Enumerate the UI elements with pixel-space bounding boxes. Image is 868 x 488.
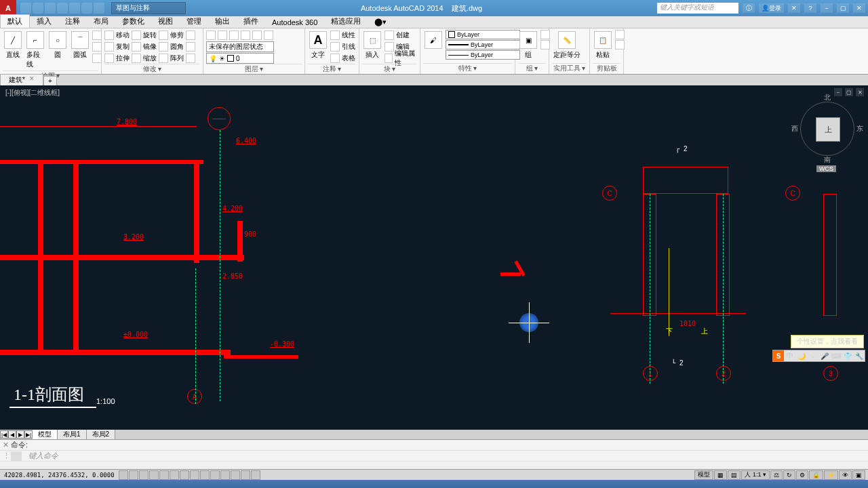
layout-prev-icon[interactable]: ◀: [8, 430, 16, 439]
ortho-toggle[interactable]: [139, 470, 149, 480]
wcs-button[interactable]: WCS: [816, 165, 836, 172]
group-edit-icon[interactable]: [540, 40, 550, 49]
move-button[interactable]: 移动: [104, 30, 130, 41]
panel-block-title[interactable]: 块 ▾: [362, 64, 417, 73]
qat-redo-icon[interactable]: [94, 3, 104, 14]
layer-off-icon[interactable]: [218, 30, 227, 40]
tab-parametric[interactable]: 参数化: [115, 15, 151, 28]
new-tab-button[interactable]: +: [43, 76, 57, 85]
rect-icon[interactable]: [92, 30, 102, 40]
layer-lock-icon[interactable]: [241, 30, 250, 40]
layout-tab-1[interactable]: 布局1: [58, 430, 87, 439]
help-icon[interactable]: ?: [804, 3, 816, 13]
osnap-toggle[interactable]: [159, 470, 169, 480]
minimize-button[interactable]: −: [821, 3, 833, 13]
model-space-button[interactable]: 模型: [694, 470, 713, 480]
snap-toggle[interactable]: [119, 470, 128, 480]
polar-toggle[interactable]: [149, 470, 159, 480]
ellipse-icon[interactable]: [92, 42, 102, 52]
explode-icon[interactable]: [186, 42, 195, 52]
arc-button[interactable]: ⌒圆弧: [70, 30, 90, 61]
infocenter-icon[interactable]: ⓘ: [743, 3, 755, 13]
dim-linear-button[interactable]: 线性: [330, 30, 355, 41]
array-button[interactable]: 阵列: [159, 53, 184, 64]
tab-output[interactable]: 输出: [208, 15, 237, 28]
trim-button[interactable]: 修剪: [159, 30, 184, 41]
workspace-dropdown[interactable]: 草图与注释: [111, 2, 186, 14]
edit-attr-button[interactable]: 编辑属性: [384, 53, 417, 64]
tab-layout[interactable]: 布局: [87, 15, 115, 28]
3dosnap-toggle[interactable]: [170, 470, 179, 480]
help-search-input[interactable]: 键入关键字或短语: [657, 3, 738, 14]
offset-icon[interactable]: [186, 54, 195, 63]
insert-button[interactable]: ⬚插入: [362, 30, 382, 61]
anno-vis-icon[interactable]: ⚖: [770, 470, 783, 480]
anno-scale-dropdown[interactable]: 人 1:1 ▾: [741, 470, 770, 480]
match-prop-button[interactable]: 🖌: [423, 30, 443, 50]
vp-close-icon[interactable]: ✕: [856, 88, 864, 96]
cut-icon[interactable]: [615, 30, 625, 39]
login-button[interactable]: 👤 登录: [759, 3, 784, 13]
ime-keyboard-icon[interactable]: ⌨: [831, 350, 842, 361]
panel-annot-title[interactable]: 注释 ▾: [308, 64, 356, 73]
drawing-area[interactable]: [-][俯视][二维线框] − ▢ ✕ 7.800 6.400 4.200 3.…: [0, 85, 868, 430]
table-button[interactable]: 表格: [330, 53, 355, 64]
hatch-icon[interactable]: [92, 54, 102, 63]
quickview-drawings-icon[interactable]: ▤: [728, 470, 741, 480]
linetype-dropdown[interactable]: ByLayer: [446, 50, 520, 60]
close-button[interactable]: ✕: [853, 3, 865, 13]
ime-tool-icon[interactable]: 🔧: [854, 350, 865, 361]
cmd-recent-icon[interactable]: [11, 451, 22, 461]
layout-first-icon[interactable]: |◀: [0, 430, 8, 439]
vc-south[interactable]: 南: [824, 155, 831, 165]
windows-taskbar[interactable]: [0, 480, 868, 488]
dyn-toggle[interactable]: [200, 470, 210, 480]
panel-util-title[interactable]: 实用工具 ▾: [552, 63, 587, 73]
viewcube[interactable]: 上 北 南 东 西 WCS: [800, 102, 854, 156]
toolbar-lock-icon[interactable]: 🔒: [809, 470, 823, 480]
ducs-toggle[interactable]: [190, 470, 199, 480]
ime-logo-icon[interactable]: S: [773, 350, 784, 361]
hardware-accel-icon[interactable]: ⚡: [824, 470, 838, 480]
tab-default[interactable]: 默认: [0, 14, 30, 28]
qat-undo-icon[interactable]: [81, 3, 92, 14]
grid-toggle[interactable]: [129, 470, 138, 480]
text-button[interactable]: A文字: [308, 30, 328, 61]
polyline-button[interactable]: ⌐多段线: [25, 30, 45, 70]
scale-button[interactable]: 缩放: [132, 53, 157, 64]
fillet-button[interactable]: 圆角: [159, 41, 184, 52]
paste-button[interactable]: 📋粘贴: [593, 30, 613, 61]
isolate-icon[interactable]: 👁: [839, 470, 852, 480]
ime-tooltip[interactable]: 个性设置，点我看看: [791, 335, 864, 348]
panel-layer-title[interactable]: 图层 ▾: [206, 64, 302, 73]
tab-view[interactable]: 视图: [151, 15, 180, 28]
layout-tab-2[interactable]: 布局2: [87, 430, 116, 439]
create-block-button[interactable]: 创建: [384, 30, 417, 41]
tab-expand-icon[interactable]: ⬤▾: [368, 16, 393, 28]
ime-skin-icon[interactable]: 👕: [842, 350, 853, 361]
vp-min-icon[interactable]: −: [834, 88, 842, 96]
viewcube-top[interactable]: 上: [816, 117, 840, 142]
layout-last-icon[interactable]: ▶|: [24, 430, 33, 439]
color-dropdown[interactable]: ByLayer: [446, 30, 520, 39]
panel-group-title[interactable]: 组 ▾: [518, 63, 546, 73]
tab-annotate[interactable]: 注释: [58, 15, 87, 28]
workspace-icon[interactable]: ⚙: [796, 470, 808, 480]
qat-save-icon[interactable]: [45, 3, 56, 14]
file-tab[interactable]: 建筑*✕: [0, 74, 43, 85]
sc-toggle[interactable]: [241, 470, 250, 480]
layer-iso-icon[interactable]: [264, 30, 273, 40]
panel-prop-title[interactable]: 特性 ▾: [423, 63, 512, 73]
quickview-layouts-icon[interactable]: ▦: [714, 470, 727, 480]
close-tab-icon[interactable]: ✕: [29, 75, 35, 85]
tab-insert[interactable]: 插入: [30, 15, 58, 28]
qp-toggle[interactable]: [231, 470, 240, 480]
coordinates[interactable]: 42028.4981, 24376.4532, 0.0000: [0, 472, 119, 479]
tpy-toggle[interactable]: [220, 470, 230, 480]
layer-prop-icon[interactable]: [206, 30, 216, 40]
vc-west[interactable]: 西: [791, 124, 798, 134]
vc-north[interactable]: 北: [824, 93, 831, 102]
group-button[interactable]: ▣组: [518, 30, 538, 61]
panel-modify-title[interactable]: 修改 ▾: [104, 64, 200, 73]
layout-next-icon[interactable]: ▶: [16, 430, 24, 439]
